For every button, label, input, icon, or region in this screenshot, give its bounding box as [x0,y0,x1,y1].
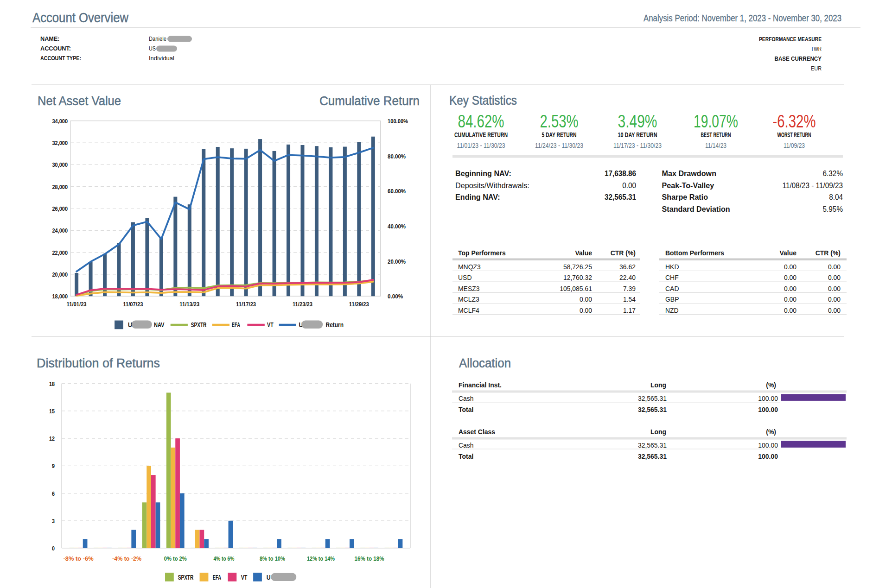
svg-text:Deposits/Withdrawals:: Deposits/Withdrawals: [455,181,529,190]
svg-text:7.39: 7.39 [623,285,636,292]
svg-text:Long: Long [650,428,666,436]
svg-text:U: U [128,321,132,329]
svg-text:SPXTR: SPXTR [178,573,194,581]
svg-text:MNQZ3: MNQZ3 [458,263,481,271]
svg-text:12% to 14%: 12% to 14% [307,555,335,562]
svg-text:CTR (%): CTR (%) [611,249,636,257]
svg-text:1.17: 1.17 [623,306,636,314]
svg-text:80.00%: 80.00% [388,153,406,160]
svg-text:ACCOUNT:: ACCOUNT: [40,45,71,52]
svg-text:20,000: 20,000 [52,271,68,278]
svg-text:Daniele: Daniele [149,35,166,42]
svg-text:Individual: Individual [149,55,174,62]
svg-text:11/29/23: 11/29/23 [349,301,369,308]
svg-text:Account Overview: Account Overview [32,10,128,25]
svg-text:100.00: 100.00 [758,452,778,460]
svg-text:6: 6 [52,490,55,497]
svg-text:WORST RETURN: WORST RETURN [777,131,811,139]
svg-text:Net Asset Value: Net Asset Value [38,94,121,108]
svg-text:18: 18 [49,380,55,387]
svg-text:SPXTR: SPXTR [191,321,207,329]
svg-text:20.00%: 20.00% [388,258,406,265]
svg-text:58,726.25: 58,726.25 [563,263,592,271]
svg-text:CTR (%): CTR (%) [816,249,841,257]
svg-text:HKD: HKD [665,263,679,271]
svg-text:US: US [149,45,156,52]
svg-text:32,565.31: 32,565.31 [638,394,667,402]
svg-text:24,000: 24,000 [52,227,68,234]
svg-text:0.00: 0.00 [828,306,841,314]
svg-text:11/17/23 - 11/30/23: 11/17/23 - 11/30/23 [613,141,662,149]
svg-text:Cash: Cash [459,441,474,449]
svg-text:34,000: 34,000 [52,118,68,125]
svg-text:Value: Value [575,249,593,257]
svg-text:EFA: EFA [213,573,221,581]
svg-text:0.00: 0.00 [580,306,592,314]
svg-text:CAD: CAD [665,285,679,292]
svg-text:0.00: 0.00 [784,285,796,292]
svg-text:TWR: TWR [811,45,822,52]
svg-text:Distribution of Returns: Distribution of Returns [37,356,160,370]
svg-text:-8% to -6%: -8% to -6% [64,555,94,562]
svg-text:MCLZ3: MCLZ3 [458,295,479,303]
svg-text:30,000: 30,000 [52,161,68,168]
svg-text:Cash: Cash [459,394,474,402]
svg-text:Financial Inst.: Financial Inst. [459,381,502,389]
svg-text:105,085.61: 105,085.61 [560,285,592,292]
svg-text:Value: Value [780,249,797,257]
svg-text:11/07/23: 11/07/23 [123,301,143,308]
svg-text:0.00%: 0.00% [388,293,403,300]
svg-text:Peak-To-Valley: Peak-To-Valley [662,181,714,190]
svg-text:0.00: 0.00 [828,285,841,292]
svg-text:0.00: 0.00 [784,306,796,314]
svg-text:60.00%: 60.00% [388,188,406,195]
svg-text:26,000: 26,000 [52,205,68,212]
svg-text:11/09/23: 11/09/23 [784,141,805,149]
svg-text:12,760.32: 12,760.32 [563,273,592,281]
svg-text:NAME:: NAME: [40,35,60,42]
svg-text:U: U [267,573,271,581]
svg-text:Total: Total [459,452,473,460]
svg-text:16% to 18%: 16% to 18% [355,555,384,562]
svg-text:11/24/23 - 11/30/23: 11/24/23 - 11/30/23 [535,141,583,149]
svg-text:Standard Deviation: Standard Deviation [662,205,730,214]
svg-text:15: 15 [49,408,55,415]
svg-text:Long: Long [650,381,666,389]
svg-text:0% to 2%: 0% to 2% [164,555,187,562]
svg-text:4% to 6%: 4% to 6% [213,555,234,562]
svg-text:8.04: 8.04 [829,193,843,202]
svg-text:2.53%: 2.53% [540,112,579,131]
svg-text:(%): (%) [766,381,776,389]
svg-text:0.00: 0.00 [784,273,796,281]
svg-text:MCLF4: MCLF4 [458,306,479,314]
svg-text:CUMULATIVE RETURN: CUMULATIVE RETURN [454,131,508,139]
svg-text:CHF: CHF [665,273,679,281]
svg-text:19.07%: 19.07% [694,112,738,131]
svg-text:NZD: NZD [665,306,679,314]
svg-text:3.49%: 3.49% [618,112,657,131]
svg-text:EUR: EUR [811,65,822,72]
svg-text:11/23/23: 11/23/23 [293,301,312,308]
svg-text:0.00: 0.00 [784,295,796,303]
svg-text:32,000: 32,000 [52,139,68,146]
svg-text:100.00: 100.00 [758,394,778,402]
svg-text:Asset Class: Asset Class [459,428,495,436]
svg-text:32,565.31: 32,565.31 [638,452,667,460]
svg-text:VT: VT [241,573,248,581]
svg-text:11/17/23: 11/17/23 [236,301,256,308]
svg-text:NAV: NAV [154,321,165,329]
svg-text:84.62%: 84.62% [458,112,504,131]
svg-text:Max Drawdown: Max Drawdown [662,169,717,178]
svg-text:-6.32%: -6.32% [773,112,816,131]
svg-text:100.00: 100.00 [758,405,778,413]
svg-text:Allocation: Allocation [459,356,511,370]
svg-text:Return: Return [326,321,344,329]
svg-text:11/14/23: 11/14/23 [705,141,726,149]
svg-text:0.00: 0.00 [622,181,636,190]
svg-text:-4% to -2%: -4% to -2% [112,555,141,562]
svg-text:Ending NAV:: Ending NAV: [455,193,500,202]
svg-text:Top Performers: Top Performers [458,249,506,257]
svg-text:22,000: 22,000 [52,249,68,256]
svg-text:0.00: 0.00 [784,263,796,271]
svg-text:1.54: 1.54 [623,295,636,303]
